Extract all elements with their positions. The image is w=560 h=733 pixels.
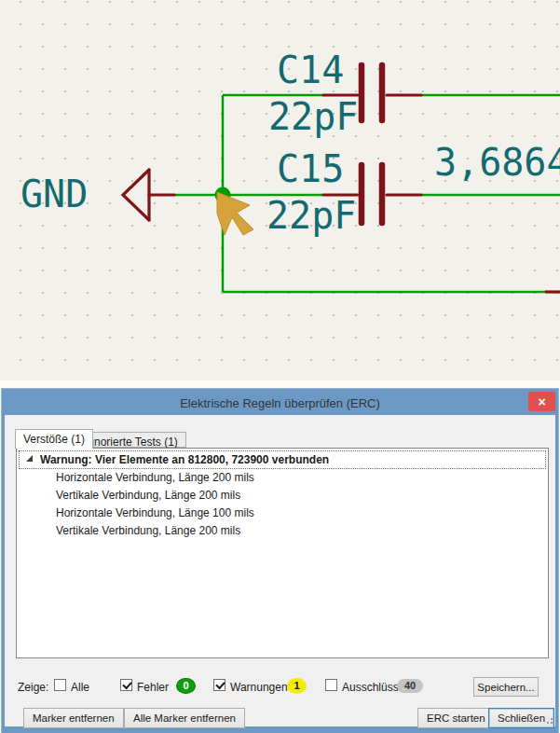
schematic-drawing: GND C14 22pF C15 22pF 3,6864 [0,0,560,380]
exclusions-checkbox-label[interactable]: Ausschlüsse [342,681,404,694]
remove-all-markers-button[interactable]: Alle Marker entfernen [124,708,245,728]
violation-detail-row[interactable]: Vertikale Verbindung, Länge 200 mils [17,522,548,540]
dialog-titlebar[interactable]: Elektrische Regeln überprüfen (ERC) × [5,392,555,415]
exclusions-checkbox[interactable] [325,679,337,691]
resize-grip-icon[interactable] [543,714,553,724]
violations-list[interactable]: Warnung: Vier Elemente an 812800, 723900… [16,448,549,658]
remove-marker-button[interactable]: Marker entfernen [23,708,124,728]
all-checkbox-label[interactable]: Alle [71,681,89,694]
tree-expanded-icon[interactable] [26,455,34,463]
erc-start-button[interactable]: ERC starten [417,708,495,728]
gnd-symbol[interactable] [123,170,174,220]
frequency-label[interactable]: 3,6864 [434,141,560,184]
c15-ref-label[interactable]: C15 [277,147,344,190]
violation-detail-row[interactable]: Horizontale Verbindung, Länge 100 mils [17,505,548,522]
tab-verstoesse[interactable]: Verstöße (1) [15,429,93,449]
dialog-client-area: Verstöße (1) Ignorierte Tests (1) Warnun… [5,415,555,726]
warnings-checkbox[interactable] [213,679,225,691]
cursor-arrow-icon [217,192,253,235]
show-label: Zeige: [18,681,48,694]
save-button[interactable]: Speichern... [473,677,539,697]
violation-detail-row[interactable]: Horizontale Verbindung, Länge 200 mils [17,469,548,487]
erc-dialog: Elektrische Regeln überprüfen (ERC) × Ve… [2,389,558,733]
gnd-label[interactable]: GND [20,173,88,215]
wire-segments[interactable] [174,95,560,292]
warnings-count-badge: 1 [287,678,307,694]
schematic-canvas[interactable]: GND C14 22pF C15 22pF 3,6864 [0,0,560,380]
errors-checkbox-label[interactable]: Fehler [137,681,169,694]
screen: GND C14 22pF C15 22pF 3,6864 Elektrische… [0,0,560,733]
violation-group-label: Warnung: Vier Elemente an 812800, 723900… [40,453,329,466]
c14-value-label[interactable]: 22pF [268,95,358,138]
errors-checkbox[interactable] [120,679,132,691]
c15-value-label[interactable]: 22pF [266,194,356,237]
close-button[interactable]: × [528,392,555,411]
violation-group-row[interactable]: Warnung: Vier Elemente an 812800, 723900… [19,450,546,469]
dialog-title: Elektrische Regeln überprüfen (ERC) [180,396,380,410]
exclusions-count-badge: 40 [397,679,423,693]
warnings-checkbox-label[interactable]: Warnungen [230,681,288,694]
all-checkbox[interactable] [54,679,66,691]
errors-count-badge: 0 [176,678,196,694]
c14-ref-label[interactable]: C14 [277,48,344,91]
close-icon: × [538,395,545,408]
violation-detail-row[interactable]: Vertikale Verbindung, Länge 200 mils [17,487,548,505]
